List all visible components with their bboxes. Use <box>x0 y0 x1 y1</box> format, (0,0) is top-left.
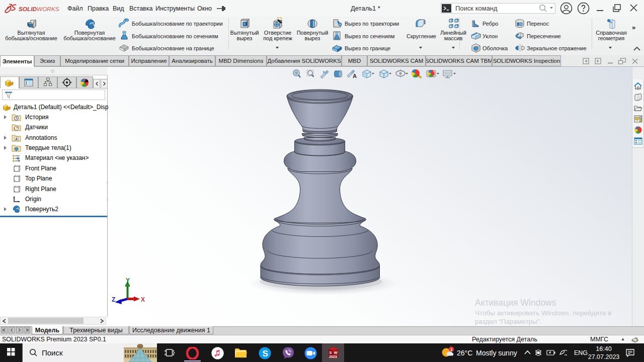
svg-text:Z: Z <box>112 296 115 303</box>
svg-text:Y: Y <box>126 277 130 284</box>
svg-text:2023: 2023 <box>329 355 337 358</box>
svg-text:A: A <box>353 73 357 79</box>
svg-text:S: S <box>263 349 268 358</box>
svg-text:A: A <box>15 137 18 141</box>
svg-text:S: S <box>330 350 332 355</box>
svg-text:W: W <box>334 350 338 355</box>
svg-text:X: X <box>141 296 145 303</box>
svg-text:SOLIDWORKS: SOLIDWORKS <box>19 6 59 13</box>
svg-text:1: 1 <box>450 347 453 352</box>
